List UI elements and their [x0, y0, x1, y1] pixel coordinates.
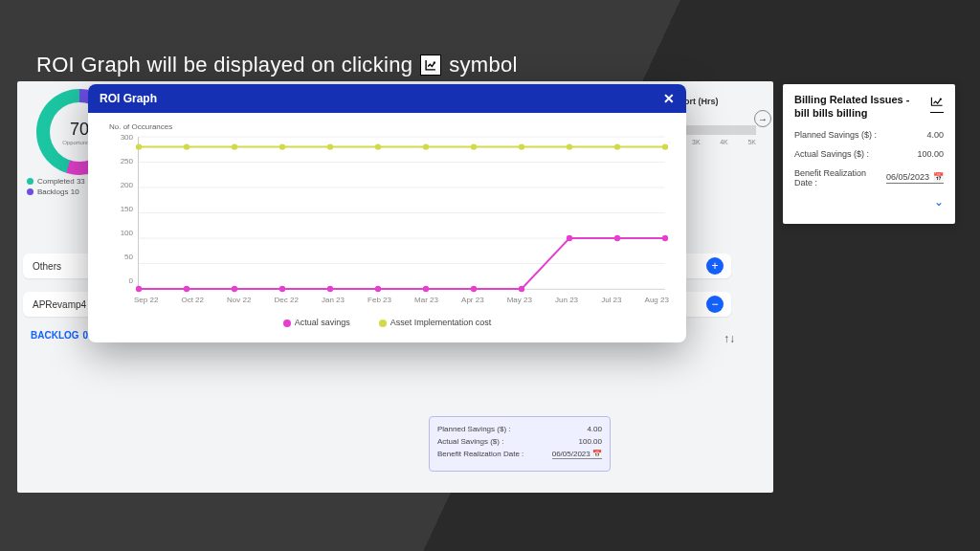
- backlog-label: BACKLOG0: [27, 330, 88, 341]
- close-button[interactable]: ✕: [663, 91, 675, 106]
- field-value: 4.00: [926, 130, 944, 140]
- field-label: Planned Savings ($) :: [437, 425, 511, 433]
- x-tick: Sep 22: [134, 296, 158, 304]
- field-label: Planned Savings ($) :: [794, 130, 877, 140]
- tick: 5K: [747, 139, 756, 145]
- roi-graph-icon[interactable]: [930, 94, 944, 113]
- expand-chevron[interactable]: ⌄: [794, 195, 944, 209]
- donut-legend: Completed 33 Backlogs 10: [27, 177, 85, 198]
- x-tick: Apr 23: [461, 296, 484, 304]
- svg-point-19: [136, 143, 142, 149]
- x-tick: Jun 23: [555, 296, 578, 304]
- chart-legend: Actual savings Asset Implementation cost: [105, 318, 669, 327]
- x-tick: Aug 23: [645, 296, 669, 304]
- svg-point-18: [662, 235, 668, 241]
- modal-title: ROI Graph: [100, 92, 157, 105]
- field-label: Benefit Realization Date :: [437, 450, 523, 459]
- tick: 3K: [692, 139, 701, 145]
- legend-dot: [27, 188, 33, 195]
- savings-card: Planned Savings ($) :4.00 Actual Savings…: [429, 416, 611, 472]
- x-tick: Jul 23: [601, 296, 621, 304]
- legend-label: Backlogs 10: [37, 187, 79, 196]
- svg-point-28: [567, 143, 572, 149]
- section-label: Others: [33, 261, 61, 272]
- svg-point-12: [375, 286, 381, 292]
- roi-graph-modal: ROI Graph ✕ No. of Occurances 3002502001…: [88, 84, 686, 342]
- billing-issues-card: Billing Related Issues - bill bills bill…: [783, 84, 955, 224]
- next-arrow-button[interactable]: →: [754, 110, 771, 127]
- roi-graph-icon: [420, 55, 441, 76]
- svg-point-22: [279, 143, 285, 149]
- svg-point-7: [136, 286, 142, 292]
- svg-point-21: [232, 143, 237, 149]
- date-input[interactable]: 06/05/2023📅: [886, 172, 944, 184]
- svg-point-15: [519, 286, 524, 292]
- x-tick: Mar 23: [414, 296, 438, 304]
- field-value: 100.00: [917, 149, 944, 159]
- sidecard-title: Billing Related Issues - bill bills bill…: [794, 94, 919, 121]
- svg-point-14: [471, 286, 477, 292]
- svg-point-11: [327, 286, 333, 292]
- page-caption: ROI Graph will be displayed on clicking …: [36, 53, 518, 77]
- donut-value: 70: [70, 120, 89, 140]
- caption-post: symbol: [449, 53, 518, 77]
- y-axis-title: No. of Occurances: [109, 122, 669, 131]
- legend-label: Completed 33: [37, 177, 85, 186]
- expand-button[interactable]: +: [706, 257, 724, 275]
- caption-pre: ROI Graph will be displayed on clicking: [36, 53, 412, 77]
- field-label: Actual Savings ($) :: [794, 149, 869, 159]
- legend-label: Actual savings: [295, 318, 350, 327]
- svg-point-9: [232, 286, 237, 292]
- tick: 4K: [720, 139, 728, 145]
- roi-chart: 300250200150100500: [138, 137, 665, 290]
- legend-dot: [27, 178, 33, 185]
- field-value: 100.00: [579, 437, 602, 446]
- svg-point-25: [423, 143, 429, 149]
- svg-point-10: [279, 286, 285, 292]
- x-tick: Dec 22: [275, 296, 299, 304]
- legend-dot: [283, 320, 291, 327]
- svg-point-17: [614, 235, 620, 241]
- svg-point-24: [375, 143, 381, 149]
- svg-point-13: [423, 286, 429, 292]
- svg-point-8: [184, 286, 189, 292]
- svg-point-23: [327, 143, 333, 149]
- x-tick: Feb 23: [368, 296, 391, 304]
- field-label: Actual Savings ($) :: [437, 437, 503, 446]
- x-tick: Nov 22: [227, 296, 251, 304]
- svg-point-30: [662, 143, 668, 149]
- calendar-icon: 📅: [933, 172, 944, 182]
- x-tick: May 23: [507, 296, 532, 304]
- field-value: 4.00: [587, 425, 602, 433]
- section-label: APRevamp4: [33, 299, 86, 310]
- collapse-button[interactable]: −: [706, 296, 724, 313]
- field-label: Benefit Realization Date :: [794, 168, 886, 187]
- svg-point-29: [614, 143, 620, 149]
- sort-icon[interactable]: ↑↓: [724, 332, 735, 345]
- legend-dot: [379, 320, 387, 327]
- svg-point-16: [567, 235, 572, 241]
- svg-point-27: [519, 143, 524, 149]
- svg-point-20: [184, 143, 189, 149]
- x-tick: Jan 23: [322, 296, 345, 304]
- svg-point-26: [471, 143, 477, 149]
- x-tick: Oct 22: [181, 296, 204, 304]
- date-value: 06/05/2023 📅: [552, 450, 602, 459]
- legend-label: Asset Implementation cost: [390, 318, 492, 327]
